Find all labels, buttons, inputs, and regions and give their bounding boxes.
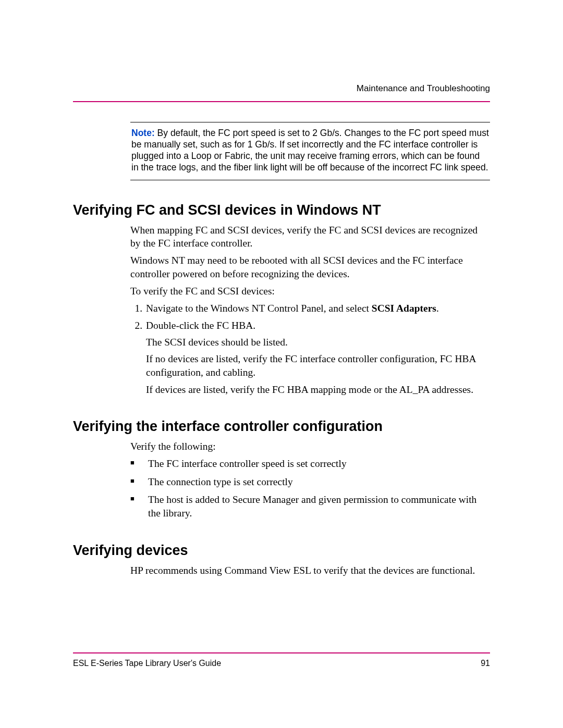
step-2-sub3: If devices are listed, verify the FC HBA…: [146, 383, 490, 397]
heading-verify-fc-scsi: Verifying FC and SCSI devices in Windows…: [73, 202, 490, 218]
step-1-pre: Navigate to the Windows NT Control Panel…: [146, 303, 372, 314]
note-body: Note: By default, the FC port speed is s…: [130, 122, 490, 180]
bullet-1: The FC interface controller speed is set…: [130, 457, 490, 471]
heading-verify-devices: Verifying devices: [73, 542, 490, 559]
document-page: Maintenance and Troubleshooting Note: By…: [0, 0, 563, 728]
note-label: Note:: [131, 128, 155, 138]
ordered-steps: Navigate to the Windows NT Control Panel…: [130, 302, 490, 397]
para-s1-1: When mapping FC and SCSI devices, verify…: [130, 224, 490, 250]
running-header: Maintenance and Troubleshooting: [73, 83, 490, 94]
heading-verify-interface-config: Verifying the interface controller confi…: [73, 418, 490, 435]
para-s2-1: Verify the following:: [130, 440, 490, 453]
bullet-list: The FC interface controller speed is set…: [130, 457, 490, 520]
page-footer: ESL E-Series Tape Library User's Guide 9…: [73, 652, 490, 668]
step-1: Navigate to the Windows NT Control Panel…: [145, 302, 490, 315]
para-s1-2: Windows NT may need to be rebooted with …: [130, 254, 490, 280]
footer-doc-title: ESL E-Series Tape Library User's Guide: [73, 659, 221, 668]
step-2-text: Double-click the FC HBA.: [146, 320, 255, 331]
bullet-2: The connection type is set correctly: [130, 475, 490, 489]
note-rule-bottom: [130, 180, 490, 180]
note-text: By default, the FC port speed is set to …: [131, 128, 489, 172]
step-1-bold: SCSI Adapters: [372, 303, 436, 314]
header-rule: [73, 101, 490, 102]
footer-rule: [73, 652, 490, 653]
step-1-post: .: [436, 303, 439, 314]
step-2-sub1: The SCSI devices should be listed.: [146, 336, 490, 349]
para-s1-3: To verify the FC and SCSI devices:: [130, 285, 490, 298]
para-s3-1: HP recommends using Command View ESL to …: [130, 564, 490, 577]
footer-page-number: 91: [481, 659, 490, 668]
step-2: Double-click the FC HBA. The SCSI device…: [145, 319, 490, 397]
step-2-sub2: If no devices are listed, verify the FC …: [146, 352, 490, 380]
note-block: Note: By default, the FC port speed is s…: [130, 122, 490, 180]
bullet-3: The host is added to Secure Manager and …: [130, 493, 490, 521]
